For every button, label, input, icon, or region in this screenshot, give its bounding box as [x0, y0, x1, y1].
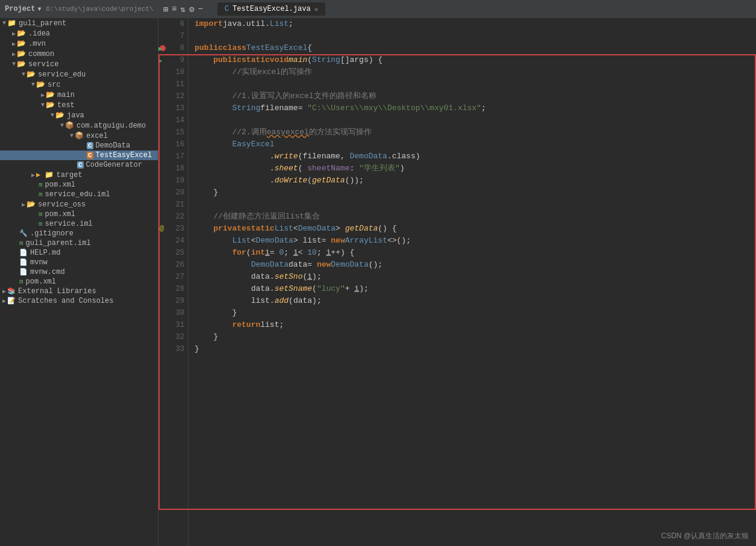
sidebar-item-label: guli_parent.iml	[26, 239, 91, 247]
sidebar-item-scratches[interactable]: ▶📝Scratches and Consoles	[0, 296, 158, 306]
ln-text: 15	[176, 128, 184, 137]
sidebar-item-label: main	[57, 91, 75, 99]
code-line-18: .sheet( sheetName: "学生列表")	[195, 163, 756, 175]
dropdown-icon[interactable]: ▼	[37, 6, 41, 13]
line-number-31: 31	[158, 319, 188, 331]
code-line-16: EasyExcel	[195, 138, 756, 150]
sidebar-item-TestEasyExcel[interactable]: CTestEasyExcel	[0, 150, 158, 160]
tab-label: TestEasyExcel.java	[233, 5, 311, 13]
sidebar-item-guli_parent_iml[interactable]: mguli_parent.iml	[0, 238, 158, 248]
ln-text: 23	[176, 225, 184, 233]
line-number-12: 12	[158, 90, 188, 102]
line-number-11: 11	[158, 78, 188, 90]
ln-text: 31	[176, 321, 184, 329]
sidebar-item-common[interactable]: ▶📂common	[0, 49, 158, 59]
line-number-32: 32	[158, 331, 188, 343]
sidebar-item-guli_parent[interactable]: ▼📁guli_parent	[0, 18, 158, 28]
sidebar-item-pom_edu[interactable]: mpom.xml	[0, 180, 158, 190]
sidebar-item-test[interactable]: ▼📂test	[0, 100, 158, 110]
minimize-icon[interactable]: −	[198, 4, 202, 14]
settings-icon[interactable]: ⚙	[189, 4, 194, 14]
line-number-17: 17	[158, 150, 188, 163]
ln-text: 29	[176, 297, 184, 305]
code-line-17: .write(filename, DemoData.class)	[195, 150, 756, 163]
sidebar-item-label: .gitignore	[30, 229, 73, 238]
list-icon[interactable]: ≡	[172, 4, 177, 14]
sidebar-item-label: service_edu.iml	[45, 190, 110, 199]
ln-text: 17	[176, 152, 184, 161]
code-line-32: }	[195, 331, 756, 343]
sidebar-item-label: .idea	[28, 29, 50, 38]
code-lines: import java.util.List;public class TestE…	[189, 18, 756, 355]
code-line-29: list.add(data);	[195, 295, 756, 307]
code-line-15: //2.调用easyexcel的方法实现写操作	[195, 126, 756, 138]
code-line-13: String filename = "C:\\Users\\mxy\\Deskt…	[195, 102, 756, 114]
sidebar-item-src[interactable]: ▼📂src	[0, 79, 158, 90]
code-line-12: //1.设置写入的excel文件的路径和名称	[195, 90, 756, 102]
sidebar-item-label: service.iml	[45, 220, 93, 228]
line-number-25: 25	[158, 247, 188, 259]
ln-text: 24	[176, 237, 184, 245]
code-line-8: public class TestEasyExcel {	[195, 42, 756, 54]
layout-icon[interactable]: ⊞	[163, 4, 168, 14]
sidebar-item-label: DemoData	[96, 141, 131, 150]
sidebar-item-service_iml[interactable]: mservice.iml	[0, 219, 158, 229]
ln-text: 14	[176, 116, 184, 125]
sidebar-item-service_edu[interactable]: ▼📂service_edu	[0, 69, 158, 79]
sidebar-item-DemoData[interactable]: CDemoData	[0, 141, 158, 150]
sidebar-item-service[interactable]: ▼📂service	[0, 59, 158, 69]
sidebar-item-mvnw_cmd[interactable]: 📄mvnw.cmd	[0, 267, 158, 277]
sidebar-item-label: mvnw.cmd	[30, 268, 65, 276]
code-line-31: return list;	[195, 319, 756, 331]
sidebar-item-gitignore[interactable]: 🔧.gitignore	[0, 229, 158, 238]
sidebar-item-java[interactable]: ▼📂java	[0, 110, 158, 120]
sidebar-item-pom_oss[interactable]: mpom.xml	[0, 209, 158, 219]
line-number-29: 29	[158, 295, 188, 307]
line-number-22: 22	[158, 211, 188, 223]
sidebar-item-idea[interactable]: ▶📂.idea	[0, 28, 158, 39]
line-number-7: 7	[158, 30, 188, 42]
line-number-21: 21	[158, 199, 188, 211]
ln-text: 12	[176, 92, 184, 101]
code-area[interactable]: import java.util.List;public class TestE…	[189, 18, 756, 546]
tab-testEasyExcel[interactable]: C TestEasyExcel.java ✕	[217, 2, 325, 16]
sidebar-item-CodeGenerator[interactable]: CCodeGenerator	[0, 160, 158, 170]
sidebar-item-target[interactable]: ▶▶ 📁target	[0, 170, 158, 180]
title-icons: ⊞ ≡ ⇅ ⚙ −	[163, 4, 203, 14]
sidebar-item-main[interactable]: ▶📂main	[0, 90, 158, 100]
line-number-23: 23@	[158, 223, 188, 235]
project-path: D:\study\java\code\project\	[46, 5, 153, 13]
tab-close-icon[interactable]: ✕	[314, 5, 319, 13]
sidebar-item-label: test	[57, 101, 75, 110]
tab-file-icon: C	[225, 5, 229, 13]
line-number-8: 8▶	[158, 42, 188, 54]
sidebar-item-excel[interactable]: ▼📦excel	[0, 131, 158, 141]
sidebar-item-external_libs[interactable]: ▶📚External Libraries	[0, 287, 158, 296]
ln-text: 6	[180, 20, 184, 28]
sidebar-item-label: .mvn	[28, 40, 46, 48]
line-number-9: 9▶	[158, 54, 188, 66]
code-line-11	[195, 78, 756, 90]
sidebar-item-com_atguigu_demo[interactable]: ▼📦com.atguigu.demo	[0, 120, 158, 131]
sidebar-item-mvnw[interactable]: 📄mvnw	[0, 258, 158, 267]
sidebar-item-service_edu_iml[interactable]: mservice_edu.iml	[0, 190, 158, 199]
ln-text: 16	[176, 140, 184, 149]
code-line-14	[195, 114, 756, 126]
sidebar-item-HELP[interactable]: 📄HELP.md	[0, 248, 158, 258]
ln-text: 20	[176, 188, 184, 197]
code-line-9: public static void main(String[] args) {	[195, 54, 756, 66]
line-number-26: 26	[158, 259, 188, 271]
ln-text: 27	[176, 273, 184, 281]
sidebar-item-mvn[interactable]: ▶📂.mvn	[0, 39, 158, 49]
sort-icon[interactable]: ⇅	[181, 4, 186, 14]
ln-text: 28	[176, 285, 184, 293]
sidebar-item-pom_root[interactable]: mpom.xml	[0, 277, 158, 287]
sidebar-item-service_oss[interactable]: ▶📂service_oss	[0, 199, 158, 209]
line-number-30: 30	[158, 307, 188, 319]
line-number-6: 6	[158, 18, 188, 30]
code-line-21	[195, 199, 756, 211]
ln-text: 11	[176, 80, 184, 88]
code-line-22: //创建静态方法返回list集合	[195, 211, 756, 223]
sidebar-item-label: pom.xml	[26, 278, 56, 286]
sidebar-item-label: pom.xml	[45, 210, 75, 219]
